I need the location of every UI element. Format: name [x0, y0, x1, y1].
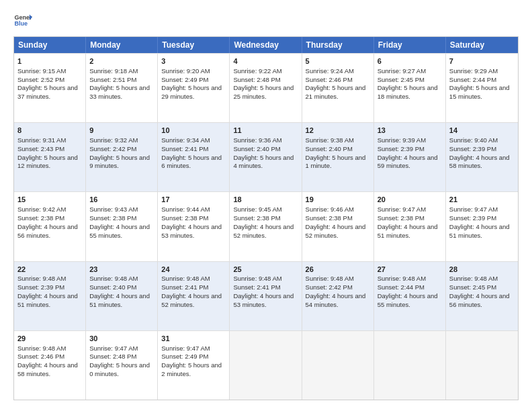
day-info: Sunrise: 9:48 AMSunset: 2:42 PMDaylight:… — [306, 275, 366, 308]
day-number: 14 — [449, 126, 515, 136]
day-number: 7 — [449, 56, 515, 66]
day-header-tuesday: Tuesday — [158, 37, 230, 53]
day-cell-18: 18Sunrise: 9:45 AMSunset: 2:38 PMDayligh… — [230, 192, 302, 261]
day-cell-13: 13Sunrise: 9:39 AMSunset: 2:39 PMDayligh… — [374, 123, 446, 191]
day-cell-29: 29Sunrise: 9:48 AMSunset: 2:46 PMDayligh… — [14, 331, 86, 400]
day-cell-24: 24Sunrise: 9:48 AMSunset: 2:41 PMDayligh… — [158, 262, 230, 330]
day-cell-1: 1Sunrise: 9:15 AMSunset: 2:52 PMDaylight… — [14, 54, 86, 122]
day-number: 5 — [306, 56, 370, 66]
day-cell-11: 11Sunrise: 9:36 AMSunset: 2:40 PMDayligh… — [230, 123, 302, 191]
day-info: Sunrise: 9:43 AMSunset: 2:38 PMDaylight:… — [89, 205, 150, 238]
day-cell-12: 12Sunrise: 9:38 AMSunset: 2:40 PMDayligh… — [302, 123, 374, 191]
day-header-friday: Friday — [374, 37, 446, 53]
day-info: Sunrise: 9:39 AMSunset: 2:39 PMDaylight:… — [378, 136, 438, 169]
calendar-header: SundayMondayTuesdayWednesdayThursdayFrid… — [14, 37, 518, 53]
day-info: Sunrise: 9:47 AMSunset: 2:38 PMDaylight:… — [378, 205, 438, 238]
day-info: Sunrise: 9:32 AMSunset: 2:42 PMDaylight:… — [89, 136, 150, 169]
day-number: 22 — [17, 265, 82, 275]
day-cell-8: 8Sunrise: 9:31 AMSunset: 2:43 PMDaylight… — [14, 123, 86, 191]
empty-cell — [446, 331, 518, 400]
day-info: Sunrise: 9:15 AMSunset: 2:52 PMDaylight:… — [17, 67, 78, 100]
day-number: 24 — [161, 265, 226, 275]
day-cell-17: 17Sunrise: 9:44 AMSunset: 2:38 PMDayligh… — [158, 192, 230, 261]
day-info: Sunrise: 9:18 AMSunset: 2:51 PMDaylight:… — [89, 67, 150, 100]
calendar-row-5: 29Sunrise: 9:48 AMSunset: 2:46 PMDayligh… — [14, 330, 518, 400]
day-number: 25 — [233, 265, 298, 275]
day-number: 12 — [306, 126, 370, 136]
day-info: Sunrise: 9:48 AMSunset: 2:44 PMDaylight:… — [378, 275, 438, 308]
day-info: Sunrise: 9:27 AMSunset: 2:45 PMDaylight:… — [378, 67, 438, 100]
day-number: 11 — [233, 126, 298, 136]
svg-text:Blue: Blue — [14, 20, 28, 27]
logo-icon: General Blue — [13, 11, 32, 30]
day-cell-30: 30Sunrise: 9:47 AMSunset: 2:48 PMDayligh… — [86, 331, 158, 400]
calendar: SundayMondayTuesdayWednesdayThursdayFrid… — [13, 36, 519, 400]
day-info: Sunrise: 9:48 AMSunset: 2:45 PMDaylight:… — [449, 275, 510, 308]
day-number: 19 — [306, 195, 370, 205]
day-info: Sunrise: 9:48 AMSunset: 2:40 PMDaylight:… — [89, 275, 150, 308]
day-cell-27: 27Sunrise: 9:48 AMSunset: 2:44 PMDayligh… — [374, 262, 446, 330]
page: General Blue SundayMondayTuesdayWednesda… — [0, 0, 532, 411]
day-info: Sunrise: 9:47 AMSunset: 2:39 PMDaylight:… — [449, 205, 510, 238]
empty-cell — [230, 331, 302, 400]
day-number: 4 — [233, 56, 298, 66]
day-info: Sunrise: 9:47 AMSunset: 2:48 PMDaylight:… — [89, 345, 150, 377]
empty-cell — [302, 331, 374, 400]
empty-cell — [374, 331, 446, 400]
day-number: 30 — [89, 334, 154, 344]
day-cell-9: 9Sunrise: 9:32 AMSunset: 2:42 PMDaylight… — [86, 123, 158, 191]
day-number: 28 — [449, 265, 515, 275]
logo: General Blue — [13, 11, 32, 30]
day-cell-20: 20Sunrise: 9:47 AMSunset: 2:38 PMDayligh… — [374, 192, 446, 261]
day-info: Sunrise: 9:20 AMSunset: 2:49 PMDaylight:… — [161, 67, 222, 100]
day-cell-5: 5Sunrise: 9:24 AMSunset: 2:46 PMDaylight… — [302, 54, 374, 122]
day-info: Sunrise: 9:24 AMSunset: 2:46 PMDaylight:… — [306, 67, 366, 100]
day-info: Sunrise: 9:29 AMSunset: 2:44 PMDaylight:… — [449, 67, 510, 100]
day-number: 21 — [449, 195, 515, 205]
day-number: 18 — [233, 195, 298, 205]
day-header-sunday: Sunday — [14, 37, 86, 53]
day-number: 16 — [89, 195, 154, 205]
day-header-wednesday: Wednesday — [230, 37, 302, 53]
day-info: Sunrise: 9:48 AMSunset: 2:46 PMDaylight:… — [17, 345, 78, 377]
day-info: Sunrise: 9:36 AMSunset: 2:40 PMDaylight:… — [233, 136, 294, 169]
day-header-monday: Monday — [86, 37, 158, 53]
day-number: 15 — [17, 195, 82, 205]
day-cell-25: 25Sunrise: 9:48 AMSunset: 2:41 PMDayligh… — [230, 262, 302, 330]
day-cell-26: 26Sunrise: 9:48 AMSunset: 2:42 PMDayligh… — [302, 262, 374, 330]
header: General Blue — [13, 11, 519, 30]
day-cell-10: 10Sunrise: 9:34 AMSunset: 2:41 PMDayligh… — [158, 123, 230, 191]
day-number: 26 — [306, 265, 370, 275]
day-info: Sunrise: 9:45 AMSunset: 2:38 PMDaylight:… — [233, 205, 294, 238]
day-number: 20 — [378, 195, 442, 205]
day-number: 1 — [17, 56, 82, 66]
day-cell-16: 16Sunrise: 9:43 AMSunset: 2:38 PMDayligh… — [86, 192, 158, 261]
calendar-body: 1Sunrise: 9:15 AMSunset: 2:52 PMDaylight… — [14, 53, 518, 400]
day-number: 3 — [161, 56, 226, 66]
day-cell-19: 19Sunrise: 9:46 AMSunset: 2:38 PMDayligh… — [302, 192, 374, 261]
day-info: Sunrise: 9:48 AMSunset: 2:39 PMDaylight:… — [17, 275, 78, 308]
day-info: Sunrise: 9:22 AMSunset: 2:48 PMDaylight:… — [233, 67, 294, 100]
day-number: 29 — [17, 334, 82, 344]
day-number: 31 — [161, 334, 226, 344]
day-header-thursday: Thursday — [302, 37, 374, 53]
day-cell-21: 21Sunrise: 9:47 AMSunset: 2:39 PMDayligh… — [446, 192, 518, 261]
day-cell-6: 6Sunrise: 9:27 AMSunset: 2:45 PMDaylight… — [374, 54, 446, 122]
day-cell-28: 28Sunrise: 9:48 AMSunset: 2:45 PMDayligh… — [446, 262, 518, 330]
day-number: 13 — [378, 126, 442, 136]
day-cell-15: 15Sunrise: 9:42 AMSunset: 2:38 PMDayligh… — [14, 192, 86, 261]
day-cell-22: 22Sunrise: 9:48 AMSunset: 2:39 PMDayligh… — [14, 262, 86, 330]
day-info: Sunrise: 9:47 AMSunset: 2:49 PMDaylight:… — [161, 345, 222, 377]
day-number: 17 — [161, 195, 226, 205]
calendar-row-3: 15Sunrise: 9:42 AMSunset: 2:38 PMDayligh… — [14, 191, 518, 261]
day-number: 27 — [378, 265, 442, 275]
day-number: 8 — [17, 126, 82, 136]
day-info: Sunrise: 9:44 AMSunset: 2:38 PMDaylight:… — [161, 205, 222, 238]
day-info: Sunrise: 9:38 AMSunset: 2:40 PMDaylight:… — [306, 136, 366, 169]
day-info: Sunrise: 9:46 AMSunset: 2:38 PMDaylight:… — [306, 205, 366, 238]
day-info: Sunrise: 9:34 AMSunset: 2:41 PMDaylight:… — [161, 136, 222, 169]
day-number: 6 — [378, 56, 442, 66]
day-cell-2: 2Sunrise: 9:18 AMSunset: 2:51 PMDaylight… — [86, 54, 158, 122]
day-info: Sunrise: 9:48 AMSunset: 2:41 PMDaylight:… — [161, 275, 222, 308]
day-number: 9 — [89, 126, 154, 136]
